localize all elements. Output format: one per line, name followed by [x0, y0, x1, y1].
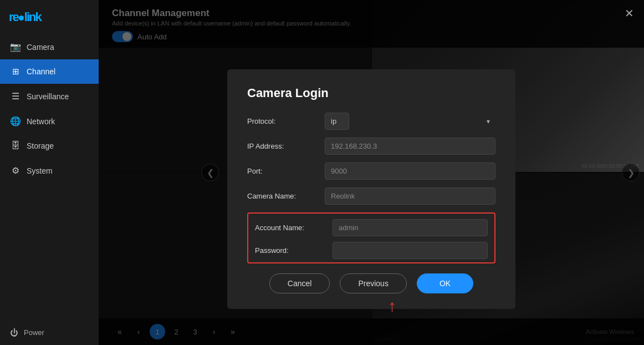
account-name-row: Account Name: [248, 219, 494, 236]
camera-name-input[interactable] [325, 187, 495, 205]
modal-button-row: Cancel Previous OK ↑ [247, 273, 495, 293]
logo-text: relink [9, 10, 41, 24]
sidebar-item-label: Camera [27, 43, 54, 52]
ip-address-label: IP Address: [247, 142, 325, 150]
port-label: Port: [247, 167, 325, 175]
account-name-label: Account Name: [255, 224, 333, 232]
power-icon: ⏻ [10, 328, 18, 337]
protocol-select-wrapper: ip rtsp ▾ [325, 113, 495, 130]
sidebar-item-surveillance[interactable]: ☰ Surveillance [0, 84, 99, 109]
modal-title: Camera Login [247, 86, 495, 100]
dropdown-arrow-icon: ▾ [487, 118, 490, 125]
network-icon: 🌐 [10, 116, 21, 126]
protocol-label: Protocol: [247, 117, 325, 125]
arrow-indicator: ↑ [388, 298, 396, 314]
ip-address-input[interactable] [325, 138, 495, 155]
sidebar-item-label: System [27, 166, 53, 175]
sidebar-item-label: Surveillance [27, 92, 69, 101]
sidebar: relink 📷 Camera ⊞ Channel ☰ Surveillance… [0, 0, 99, 345]
sidebar-item-channel[interactable]: ⊞ Channel [0, 59, 99, 84]
camera-icon: 📷 [10, 42, 21, 52]
logo: relink [0, 0, 99, 32]
sidebar-item-system[interactable]: ⚙ System [0, 158, 99, 183]
storage-icon: 🗄 [10, 141, 21, 151]
close-button[interactable]: ✕ [625, 8, 634, 19]
sidebar-item-network[interactable]: 🌐 Network [0, 109, 99, 134]
sidebar-item-storage[interactable]: 🗄 Storage [0, 134, 99, 158]
channel-icon: ⊞ [10, 67, 21, 77]
surveillance-icon: ☰ [10, 91, 21, 102]
sidebar-item-label: Channel [27, 67, 55, 76]
password-input[interactable] [333, 242, 488, 259]
port-input[interactable] [325, 163, 495, 180]
modal-overlay: Camera Login Protocol: ip rtsp ▾ IP Addr… [99, 0, 644, 345]
camera-name-label: Camera Name: [247, 192, 325, 200]
protocol-row: Protocol: ip rtsp ▾ [247, 113, 495, 130]
protocol-select[interactable]: ip rtsp [325, 113, 349, 130]
ip-address-row: IP Address: [247, 138, 495, 155]
camera-name-row: Camera Name: [247, 187, 495, 205]
password-row: Password: [248, 242, 494, 259]
ok-button[interactable]: OK [417, 273, 473, 293]
account-name-input[interactable] [333, 219, 488, 236]
main-content: 01-12-2020 02:29:11 TUE E1_PRO 1-12-2020… [99, 0, 644, 345]
previous-button[interactable]: Previous [340, 273, 406, 293]
sidebar-nav: 📷 Camera ⊞ Channel ☰ Surveillance 🌐 Netw… [0, 32, 99, 320]
sidebar-power[interactable]: ⏻ Power [0, 320, 99, 345]
cancel-button[interactable]: Cancel [269, 273, 330, 293]
system-icon: ⚙ [10, 165, 21, 176]
password-label: Password: [255, 246, 333, 255]
sidebar-item-label: Network [27, 117, 55, 126]
credentials-section: Account Name: Password: [247, 212, 495, 263]
camera-login-modal: Camera Login Protocol: ip rtsp ▾ IP Addr… [227, 69, 515, 309]
port-row: Port: [247, 163, 495, 180]
sidebar-item-camera[interactable]: 📷 Camera [0, 34, 99, 59]
power-label: Power [24, 328, 44, 337]
sidebar-item-label: Storage [27, 141, 54, 150]
